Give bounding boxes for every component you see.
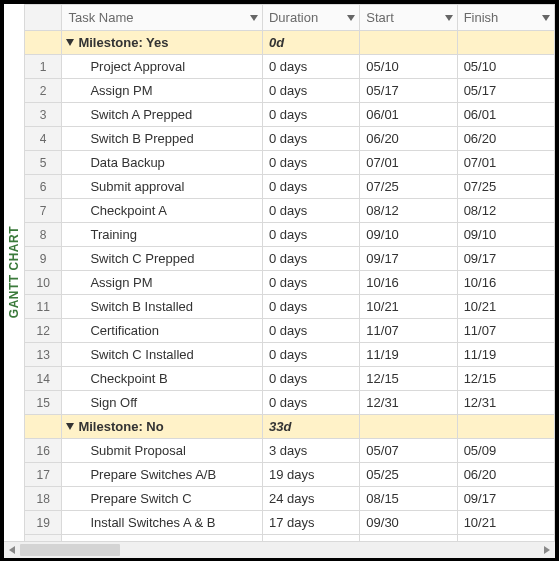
gantt-grid[interactable]: Task Name Duration Start [24, 4, 555, 541]
duration-cell[interactable]: 0 days [262, 79, 359, 103]
task-name-cell[interactable]: Switch A Prepped [62, 103, 263, 127]
table-row[interactable]: 5Data Backup0 days07/0107/01 [25, 151, 555, 175]
collapse-icon[interactable] [66, 35, 76, 50]
finish-cell[interactable]: 05/10 [457, 55, 554, 79]
start-cell[interactable]: 05/25 [360, 463, 457, 487]
group-label-cell[interactable]: Milestone: No [62, 415, 263, 439]
finish-cell[interactable]: 12/15 [457, 367, 554, 391]
header-start[interactable]: Start [360, 5, 457, 31]
start-cell[interactable]: 05/17 [360, 79, 457, 103]
table-row[interactable]: 16Submit Proposal3 days05/0705/09 [25, 439, 555, 463]
duration-cell[interactable]: 0 days [262, 271, 359, 295]
table-row[interactable]: 15Sign Off0 days12/3112/31 [25, 391, 555, 415]
finish-cell[interactable]: 09/10 [457, 223, 554, 247]
task-name-cell[interactable]: Install Switches A & B [62, 511, 263, 535]
table-row[interactable]: 19Install Switches A & B17 days09/3010/2… [25, 511, 555, 535]
scroll-track[interactable] [20, 542, 539, 558]
start-cell[interactable]: 12/31 [360, 391, 457, 415]
duration-cell[interactable]: 0 days [262, 151, 359, 175]
duration-cell[interactable]: 0 days [262, 391, 359, 415]
task-name-cell[interactable]: Assign PM [62, 79, 263, 103]
finish-cell[interactable]: 11/19 [457, 343, 554, 367]
table-row[interactable]: 11Switch B Installed0 days10/2110/21 [25, 295, 555, 319]
finish-cell[interactable]: 11/07 [457, 319, 554, 343]
horizontal-scrollbar[interactable] [4, 541, 555, 557]
start-cell[interactable]: 06/20 [360, 127, 457, 151]
duration-cell[interactable]: 24 days [262, 487, 359, 511]
task-name-cell[interactable]: Submit Proposal [62, 439, 263, 463]
task-name-cell[interactable]: Data Backup [62, 151, 263, 175]
filter-dropdown-finish[interactable] [540, 12, 552, 24]
start-cell[interactable]: 05/07 [360, 439, 457, 463]
finish-cell[interactable]: 09/17 [457, 487, 554, 511]
scroll-thumb[interactable] [20, 544, 120, 556]
table-row[interactable]: 14Checkpoint B0 days12/1512/15 [25, 367, 555, 391]
start-cell[interactable]: 09/30 [360, 511, 457, 535]
finish-cell[interactable]: 06/20 [457, 127, 554, 151]
task-name-cell[interactable]: Switch B Prepped [62, 127, 263, 151]
header-task[interactable]: Task Name [62, 5, 263, 31]
table-row[interactable]: 3Switch A Prepped0 days06/0106/01 [25, 103, 555, 127]
group-label-cell[interactable]: Milestone: Yes [62, 31, 263, 55]
finish-cell[interactable]: 05/17 [457, 79, 554, 103]
task-name-cell[interactable]: Prepare Switches A/B [62, 463, 263, 487]
start-cell[interactable]: 12/15 [360, 367, 457, 391]
table-row[interactable]: 17Prepare Switches A/B19 days05/2506/20 [25, 463, 555, 487]
filter-dropdown-duration[interactable] [345, 12, 357, 24]
start-cell[interactable]: 09/10 [360, 223, 457, 247]
start-cell[interactable]: 07/25 [360, 175, 457, 199]
table-row[interactable]: 12Certification0 days11/0711/07 [25, 319, 555, 343]
start-cell[interactable]: 06/01 [360, 103, 457, 127]
table-row[interactable]: 6Submit approval0 days07/2507/25 [25, 175, 555, 199]
start-cell[interactable]: 05/10 [360, 55, 457, 79]
start-cell[interactable]: 11/19 [360, 343, 457, 367]
header-duration[interactable]: Duration [262, 5, 359, 31]
collapse-icon[interactable] [66, 419, 76, 434]
start-cell[interactable]: 11/07 [360, 319, 457, 343]
duration-cell[interactable]: 0 days [262, 343, 359, 367]
task-name-cell[interactable]: Training [62, 223, 263, 247]
duration-cell[interactable]: 0 days [262, 199, 359, 223]
duration-cell[interactable]: 0 days [262, 319, 359, 343]
duration-cell[interactable]: 19 days [262, 463, 359, 487]
task-name-cell[interactable]: Project Approval [62, 55, 263, 79]
header-finish[interactable]: Finish [457, 5, 554, 31]
duration-cell[interactable]: 0 days [262, 247, 359, 271]
filter-dropdown-start[interactable] [443, 12, 455, 24]
scroll-left-button[interactable] [4, 542, 20, 558]
finish-cell[interactable]: 07/01 [457, 151, 554, 175]
finish-cell[interactable]: 09/17 [457, 247, 554, 271]
duration-cell[interactable]: 0 days [262, 367, 359, 391]
task-name-cell[interactable]: Assign PM [62, 271, 263, 295]
group-row[interactable]: Milestone: No33d [25, 415, 555, 439]
finish-cell[interactable]: 07/25 [457, 175, 554, 199]
finish-cell[interactable]: 10/16 [457, 271, 554, 295]
table-row[interactable]: 10Assign PM0 days10/1610/16 [25, 271, 555, 295]
duration-cell[interactable]: 0 days [262, 127, 359, 151]
start-cell[interactable]: 07/01 [360, 151, 457, 175]
finish-cell[interactable]: 10/21 [457, 511, 554, 535]
task-name-cell[interactable]: Switch C Installed [62, 343, 263, 367]
start-cell[interactable]: 08/15 [360, 487, 457, 511]
duration-cell[interactable]: 17 days [262, 511, 359, 535]
finish-cell[interactable]: 10/21 [457, 295, 554, 319]
table-row[interactable]: 18Prepare Switch C24 days08/1509/17 [25, 487, 555, 511]
task-name-cell[interactable]: Certification [62, 319, 263, 343]
finish-cell[interactable]: 12/31 [457, 391, 554, 415]
table-row[interactable]: 8Training0 days09/1009/10 [25, 223, 555, 247]
finish-cell[interactable]: 05/09 [457, 439, 554, 463]
task-name-cell[interactable]: Switch C Prepped [62, 247, 263, 271]
duration-cell[interactable]: 0 days [262, 223, 359, 247]
table-row[interactable]: 7Checkpoint A0 days08/1208/12 [25, 199, 555, 223]
start-cell[interactable]: 10/21 [360, 295, 457, 319]
task-name-cell[interactable]: Switch B Installed [62, 295, 263, 319]
task-name-cell[interactable]: Checkpoint A [62, 199, 263, 223]
duration-cell[interactable]: 0 days [262, 175, 359, 199]
table-row[interactable]: 2Assign PM0 days05/1705/17 [25, 79, 555, 103]
duration-cell[interactable]: 0 days [262, 55, 359, 79]
scroll-right-button[interactable] [539, 542, 555, 558]
task-name-cell[interactable]: Sign Off [62, 391, 263, 415]
table-row[interactable]: 4Switch B Prepped0 days06/2006/20 [25, 127, 555, 151]
finish-cell[interactable]: 06/01 [457, 103, 554, 127]
table-row[interactable]: 1Project Approval0 days05/1005/10 [25, 55, 555, 79]
